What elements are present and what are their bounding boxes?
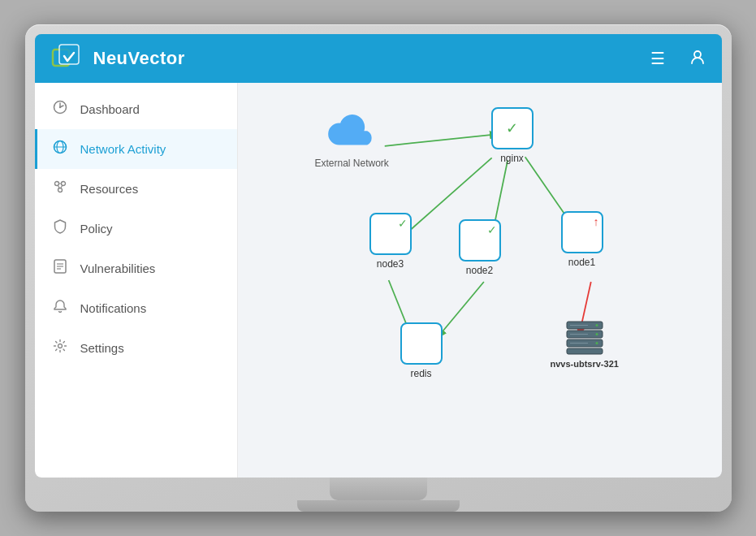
server-node: nvvs-ubtsrv-321 [551,320,619,369]
monitor-base [297,500,460,512]
monitor-outer: NeuVector ☰ [25,24,732,512]
svg-point-31 [595,333,598,335]
brand-name: NeuVector [93,48,639,69]
external-network-label: External Network [315,158,389,169]
sidebar-item-vulnerabilities[interactable]: Vulnerabilities [35,249,237,288]
node-box-node1: ↑ [561,211,603,253]
network-activity-icon [51,140,69,158]
resources-icon [51,179,69,198]
monitor-stand [330,478,427,500]
svg-point-32 [595,342,598,344]
node-label-nginx: nginx [500,153,524,164]
logo-icon [51,43,82,74]
sidebar-label-policy: Policy [80,222,113,236]
node-nginx: ✓ nginx [491,107,534,164]
vulnerabilities-icon [51,259,69,278]
svg-point-8 [54,182,58,186]
svg-rect-1 [59,45,79,64]
sidebar-item-network-activity[interactable]: Network Activity [35,129,237,169]
node-box-node3: ✓ [369,213,412,255]
cloud-node: External Network [315,114,389,169]
svg-point-9 [61,182,65,186]
svg-point-2 [694,51,701,58]
server-icon [564,320,606,356]
node-check-node2: ✓ [487,223,497,236]
sidebar-item-resources[interactable]: Resources [35,169,237,209]
server-label: nvvs-ubtsrv-321 [551,359,619,369]
sidebar-label-resources: Resources [80,182,139,196]
node-box-redis [400,322,443,365]
svg-point-10 [58,188,62,192]
sidebar-item-dashboard[interactable]: Dashboard [35,89,237,129]
svg-point-4 [58,106,60,108]
sidebar-item-settings[interactable]: Settings [35,328,237,368]
notifications-icon [51,299,69,318]
node-label-node2: node2 [466,265,493,276]
sidebar-label-dashboard: Dashboard [80,102,140,116]
network-canvas: External Network ✓ nginx ✓ n [238,83,722,478]
main-content: External Network ✓ nginx ✓ n [238,83,722,478]
node-box-nginx: ✓ [491,107,534,149]
app-header: NeuVector ☰ [35,34,722,83]
node-label-node1: node1 [568,257,595,268]
sidebar-label-network-activity: Network Activity [80,142,166,156]
network-arrows [238,83,722,478]
node-label-node3: node3 [377,258,404,270]
node-redis: redis [400,322,443,379]
dashboard-icon [51,100,69,119]
sidebar-label-notifications: Notifications [80,301,147,315]
sidebar-label-settings: Settings [80,341,124,355]
hamburger-menu-icon[interactable]: ☰ [650,49,665,68]
node-check-nginx: ✓ [506,119,518,137]
user-icon[interactable] [689,49,706,69]
node-node3: ✓ node3 [369,213,412,270]
svg-point-18 [58,344,62,348]
svg-rect-29 [567,348,603,354]
sidebar-item-policy[interactable]: Policy [35,209,237,249]
settings-icon [51,339,69,357]
node-node1: ↑ node1 [561,211,603,268]
policy-icon [51,219,69,238]
sidebar-label-vulnerabilities: Vulnerabilities [80,262,156,275]
sidebar: Dashboard Network Activity [35,83,238,478]
node-box-node2: ✓ [459,219,501,262]
screen: NeuVector ☰ [35,34,722,478]
svg-line-19 [384,134,498,146]
node-node2: ✓ node2 [459,219,501,276]
cloud-icon [322,114,381,154]
svg-line-24 [438,282,484,337]
node-check-node1: ↑ [594,215,599,228]
sidebar-item-notifications[interactable]: Notifications [35,288,237,328]
app-body: Dashboard Network Activity [35,83,722,478]
svg-point-30 [595,324,598,326]
node-check-node3: ✓ [398,217,408,230]
node-label-redis: redis [410,368,431,379]
